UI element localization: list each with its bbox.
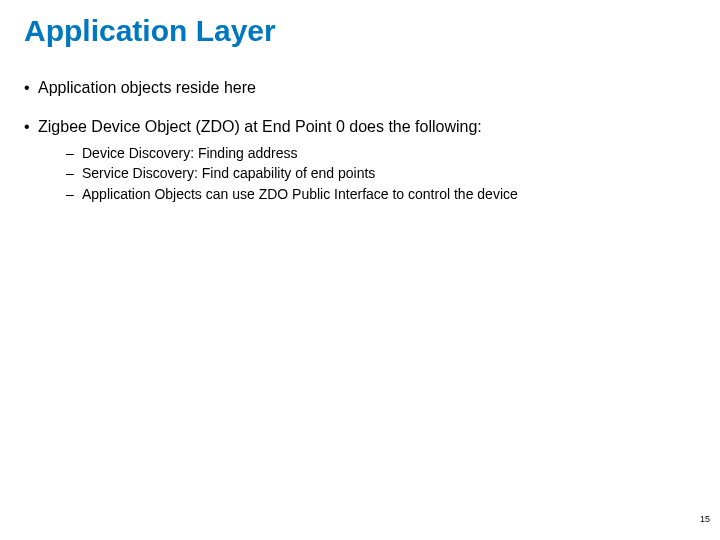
- slide-title: Application Layer: [0, 0, 720, 48]
- slide-content: Application objects reside here Zigbee D…: [0, 48, 720, 204]
- page-number: 15: [700, 514, 710, 524]
- sub-bullet-list: Device Discovery: Finding address Servic…: [38, 144, 696, 205]
- sub-bullet-item: Service Discovery: Find capability of en…: [54, 164, 696, 183]
- sub-bullet-item: Application Objects can use ZDO Public I…: [54, 185, 696, 204]
- bullet-text: Zigbee Device Object (ZDO) at End Point …: [38, 118, 482, 135]
- sub-bullet-item: Device Discovery: Finding address: [54, 144, 696, 163]
- bullet-item: Zigbee Device Object (ZDO) at End Point …: [24, 117, 696, 204]
- bullet-item: Application objects reside here: [24, 78, 696, 99]
